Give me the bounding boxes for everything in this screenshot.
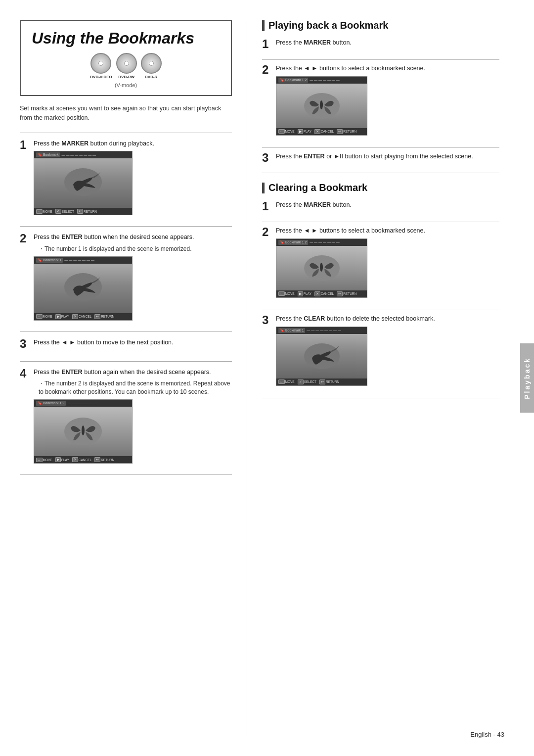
screen-top-bar-4: 🔖 Bookmark 1 2 — — — — — — — <box>34 400 132 407</box>
left-step-1-num: 1 <box>20 139 34 151</box>
screen-bird-1 <box>34 158 132 208</box>
disc-icon-dvd-video <box>90 53 111 74</box>
pb-screen-body-2 <box>276 84 367 128</box>
pb-screen-bottom-2: ↔ MOVE ▶ PLAY ✕ CANCEL ↩ RETURN <box>276 128 367 135</box>
screen-body-2 <box>34 264 132 313</box>
cl-screen-body-2 <box>276 246 367 290</box>
disc-group-3: DVD-R <box>141 53 162 79</box>
left-step-2: 2 Press the ENTER button when the desire… <box>20 233 232 326</box>
cl-screen-dashes-2: — — — — — — — <box>310 240 340 244</box>
cl-screen-top-2: 🔖 Bookmark 1 2 — — — — — — — <box>276 239 367 246</box>
screen-btn-move-1: ↔ MOVE <box>36 209 52 214</box>
cl-step-1-content: Press the MARKER button. <box>276 200 499 213</box>
screen-body-1 <box>34 158 132 208</box>
disc-label-2: DVD-RW <box>118 75 134 79</box>
disc-group-2: DVD-RW <box>116 53 137 79</box>
screen-btn-return-2: ↩ RETURN <box>94 314 114 319</box>
screen-dashes-2: — — — — — — — <box>64 258 94 262</box>
left-step-2-bullet: The number 1 is displayed and the scene … <box>39 245 232 253</box>
pb-step-2-num: 2 <box>262 64 276 76</box>
left-step-3-text: Press the ◄ ► button to move to the next… <box>34 338 232 347</box>
playing-back-title: Playing back a Bookmark <box>268 20 388 31</box>
left-step-1: 1 Press the MARKER button during playbac… <box>20 139 232 221</box>
screen-body-4 <box>34 407 132 456</box>
clearing-header: Clearing a Bookmark <box>262 182 499 193</box>
screen-btn-return-1: ↩ RETURN <box>77 209 97 214</box>
screen-btn-move-2: ↔ MOVE <box>36 314 52 319</box>
screen-dashes-4: — — — — — — — <box>67 402 97 405</box>
pb-step-3: 3 Press the ENTER or ►II button to start… <box>262 152 499 169</box>
cl-screen-bottom-3: ↔ MOVE ✓ SELECT ↩ RETURN <box>276 378 367 385</box>
divider-1 <box>20 226 232 227</box>
cl-bookmark-label-2: 🔖 Bookmark 1 2 <box>278 240 308 245</box>
cl-divider-3 <box>262 398 499 398</box>
left-step-4-screen: 🔖 Bookmark 1 2 — — — — — — — <box>34 399 133 464</box>
left-step-4-bullet: The number 2 is displayed and the scene … <box>39 379 232 396</box>
footer: English - 43 <box>470 731 504 738</box>
left-step-2-text: Press the ENTER button when the desired … <box>34 233 232 242</box>
pb-btn-cancel-2: ✕ CANCEL <box>314 129 334 134</box>
playing-back-header: Playing back a Bookmark <box>262 20 499 31</box>
svg-point-3 <box>82 425 85 435</box>
divider-2 <box>20 331 232 332</box>
bookmark-label-4: 🔖 Bookmark 1 2 <box>36 401 66 406</box>
screen-btn-cancel-2: ✕ CANCEL <box>72 314 91 319</box>
left-step-4-content: Press the ENTER button again when the de… <box>34 368 232 464</box>
cl-btn-select-3: ✓ SELECT <box>298 379 316 384</box>
divider-0 <box>20 133 232 133</box>
pb-screen-top-2: 🔖 Bookmark 1 2 — — — — — — — <box>276 77 367 84</box>
left-step-3-content: Press the ◄ ► button to move to the next… <box>34 338 232 350</box>
cl-step-2-num: 2 <box>262 226 276 238</box>
pb-step-2-screen: 🔖 Bookmark 1 2 — — — — — — — <box>276 76 367 136</box>
cl-screen-bottom-2: ↔ MOVE ▶ PLAY ✕ CANCEL ↩ RETURN <box>276 290 367 297</box>
sidebar-tab-label: Playback <box>523 357 531 399</box>
cl-btn-return-2: ↩ RETURN <box>337 291 356 296</box>
left-column: Using the Bookmarks DVD-VIDEO DVD-RW DVD… <box>20 20 247 736</box>
pb-btn-play-2: ▶ PLAY <box>298 129 312 134</box>
clearing-title: Clearing a Bookmark <box>268 182 367 193</box>
right-column: Playing back a Bookmark 1 Press the MARK… <box>247 20 519 736</box>
screen-bottom-bar-4: ↔ MOVE ▶ PLAY ✕ CANCEL ↩ RETURN <box>34 456 132 463</box>
pb-divider-3 <box>262 173 499 173</box>
cl-step-3: 3 Press the CLEAR button to delete the s… <box>262 314 499 394</box>
pb-step-2-content: Press the ◄ ► buttons to select a bookma… <box>276 64 499 139</box>
cl-btn-return-3: ↩ RETURN <box>319 379 339 384</box>
cl-step-3-content: Press the CLEAR button to delete the sel… <box>276 314 499 389</box>
pb-step-1-num: 1 <box>262 38 276 50</box>
sidebar-tab: Playback <box>520 343 534 413</box>
divider-3 <box>20 361 232 362</box>
pb-step-2: 2 Press the ◄ ► buttons to select a book… <box>262 64 499 143</box>
intro-text: Set marks at scenes you want to see agai… <box>20 104 232 123</box>
pb-step-3-num: 3 <box>262 152 276 164</box>
pb-btn-move-2: ↔ MOVE <box>278 129 295 134</box>
left-step-1-content: Press the MARKER button during playback.… <box>34 139 232 216</box>
cl-bookmark-label-3: 🔖 Bookmark 1 <box>278 328 305 333</box>
bookmark-label-2: 🔖 Bookmark 1 <box>36 258 63 263</box>
screen-bird-2 <box>34 264 132 313</box>
title-box: Using the Bookmarks DVD-VIDEO DVD-RW DVD… <box>20 20 232 96</box>
cl-btn-cancel-2: ✕ CANCEL <box>314 291 334 296</box>
svg-point-5 <box>320 100 323 109</box>
left-step-2-screen: 🔖 Bookmark 1 — — — — — — — <box>34 256 133 321</box>
page-title: Using the Bookmarks <box>32 30 220 47</box>
cl-step-3-screen: 🔖 Bookmark 1 — — — — — — — — <box>276 327 367 386</box>
cl-step-3-text: Press the CLEAR button to delete the sel… <box>276 314 499 324</box>
left-step-4: 4 Press the ENTER button again when the … <box>20 368 232 469</box>
disc-label-1: DVD-VIDEO <box>90 75 112 79</box>
bookmark-label-1: 🔖 Bookmark <box>36 152 60 157</box>
screen-bottom-bar-1: ↔ MOVE ✓ SELECT ↩ RETURN <box>34 208 132 215</box>
vmode-label: (V-mode) <box>32 82 220 88</box>
cl-step-3-num: 3 <box>262 314 276 326</box>
screen-butterfly-4 <box>34 407 132 456</box>
cl-step-2-content: Press the ◄ ► buttons to select a bookma… <box>276 226 499 301</box>
pb-step-1-content: Press the MARKER button. <box>276 38 499 50</box>
screen-btn-select-1: ✓ SELECT <box>55 209 74 214</box>
pb-divider-2 <box>262 147 499 148</box>
disc-group-1: DVD-VIDEO <box>90 53 112 79</box>
page: Using the Bookmarks DVD-VIDEO DVD-RW DVD… <box>0 0 534 756</box>
screen-top-bar-1: 🔖 Bookmark — — — — — — — — <box>34 151 132 158</box>
pb-step-3-content: Press the ENTER or ►II button to start p… <box>276 152 499 164</box>
disc-label-3: DVD-R <box>145 75 157 79</box>
cl-step-1: 1 Press the MARKER button. <box>262 200 499 218</box>
cl-screen-body-3 <box>276 334 367 378</box>
